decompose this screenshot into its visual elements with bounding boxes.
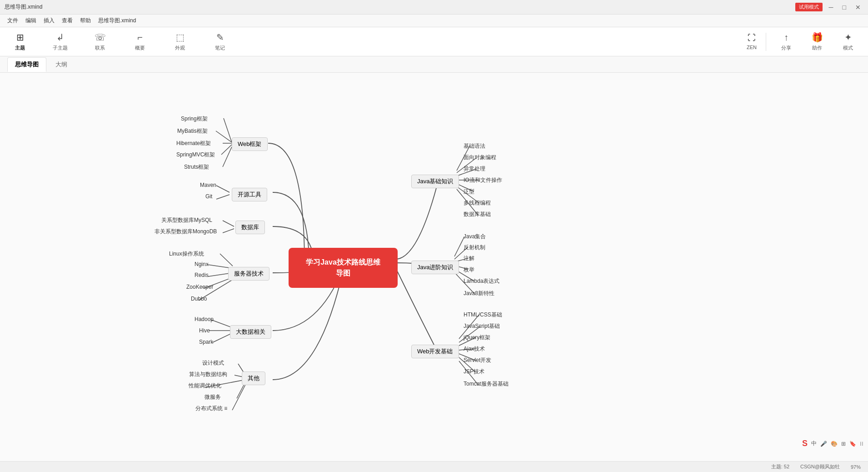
leaf-microservice: 微服务 <box>205 393 221 401</box>
toolbar-note[interactable]: ✎ 笔记 <box>209 32 231 51</box>
boundary-label: 外观 <box>175 45 185 51</box>
title-text: 思维导图.xmind <box>5 3 42 11</box>
leaf-algorithm: 算法与数据结构 <box>189 371 227 378</box>
leaf-servlet: Servlet开发 <box>464 357 491 364</box>
toolbar-sub[interactable]: ↲ 子主题 <box>49 32 71 51</box>
leaf-spark: Spark <box>199 339 213 345</box>
leaf-html-css: HTML/CSS基础 <box>464 311 502 319</box>
canvas: 学习Java技术路线思维导图 Web框架 Spring框架 MyBatis框架 … <box>0 73 868 461</box>
svg-line-7 <box>223 221 234 226</box>
branch-tools[interactable]: 开源工具 <box>232 188 267 201</box>
toolbar-link[interactable]: ☏ 联系 <box>89 32 111 51</box>
boundary-icon: ⬚ <box>176 32 185 43</box>
svg-line-21 <box>232 385 245 410</box>
branch-bigdata[interactable]: 大数据相关 <box>230 325 271 339</box>
menu-help[interactable]: 帮助 <box>76 15 95 26</box>
table-icon[interactable]: ⊞ <box>841 441 846 447</box>
toolbar-right: ⛶ ZEN ↑ 分享 🎁 助作 ✦ 模式 <box>747 32 859 51</box>
branch-other[interactable]: 其他 <box>242 372 265 385</box>
tab-mindmap[interactable]: 思维导图 <box>7 57 46 72</box>
topic-count: 主题: 52 <box>771 463 789 470</box>
leaf-struts: Struts框架 <box>184 163 209 171</box>
center-node-text: 学习Java技术路线思维导图 <box>306 258 380 277</box>
menu-file[interactable]: 文件 <box>4 15 22 26</box>
gift-label: 助作 <box>812 45 822 51</box>
apps-icon[interactable]: ⁞⁞ <box>860 441 863 447</box>
palette-icon[interactable]: 🎨 <box>831 441 838 447</box>
leaf-exception: 异常处理 <box>464 165 485 173</box>
bookmark-icon[interactable]: 🔖 <box>849 441 856 447</box>
zen-icon: ⛶ <box>748 33 756 43</box>
leaf-oop: 面向对象编程 <box>464 154 496 161</box>
branch-java-basic[interactable]: Java基础知识 <box>411 175 459 188</box>
leaf-nginx: Nginx <box>195 261 209 267</box>
branch-db[interactable]: 数据库 <box>235 221 265 234</box>
note-label: 笔记 <box>215 45 225 51</box>
menu-filename[interactable]: 思维导图.xmind <box>95 15 140 26</box>
tab-outline[interactable]: 大纲 <box>48 58 75 71</box>
leaf-db-basic: 数据库基础 <box>464 211 491 218</box>
main-label: 主题 <box>15 45 25 51</box>
leaf-hadoop: Hadoop <box>195 316 214 322</box>
menu-edit[interactable]: 编辑 <box>22 15 40 26</box>
leaf-dubbo: Dubbo <box>191 296 207 302</box>
share-label: 分享 <box>781 45 791 51</box>
leaf-design-pattern: 设计模式 <box>202 359 224 367</box>
svg-line-29 <box>454 236 464 256</box>
leaf-collection: Java集合 <box>464 233 486 241</box>
svg-line-0 <box>224 118 232 142</box>
toolbar-boundary[interactable]: ⬚ 外观 <box>169 32 191 51</box>
leaf-hive: Hive <box>199 327 210 334</box>
svg-line-8 <box>223 229 234 233</box>
branch-java-adv[interactable]: Java进阶知识 <box>411 261 459 274</box>
svg-line-1 <box>216 131 232 142</box>
sub-label: 子主题 <box>53 45 68 51</box>
leaf-thread: 多线程编程 <box>464 199 491 207</box>
leaf-mysql: 关系型数据库MySQL <box>161 216 212 224</box>
leaf-spring: Spring框架 <box>181 115 208 123</box>
close-button[interactable]: ✕ <box>853 3 863 12</box>
maximize-button[interactable]: □ <box>840 3 849 12</box>
toolbar-summary[interactable]: ⌐ 概要 <box>129 32 151 51</box>
leaf-git: Git <box>205 193 212 200</box>
zen-button[interactable]: ⛶ ZEN <box>747 33 757 50</box>
lang-toggle[interactable]: 中 <box>811 440 817 447</box>
leaf-linux: Linux操作系统 <box>169 250 204 258</box>
leaf-ajax: Ajax技术 <box>464 345 485 353</box>
zen-label: ZEN <box>747 45 757 50</box>
share-button[interactable]: ↑ 分享 <box>775 32 797 51</box>
svg-line-16 <box>213 333 232 342</box>
share-icon: ↑ <box>784 32 788 43</box>
note-icon: ✎ <box>216 32 224 43</box>
branch-server[interactable]: 服务器技术 <box>228 267 269 281</box>
zoom-level: 97% <box>851 464 861 470</box>
branch-web-dev[interactable]: Web开发基础 <box>411 345 459 358</box>
leaf-mybatis: MyBatis框架 <box>177 127 208 135</box>
link-label: 联系 <box>95 45 105 51</box>
leaf-springmvc: SpringMVC框架 <box>176 151 215 159</box>
gift-button[interactable]: 🎁 助作 <box>806 32 828 51</box>
bottom-toolbar: S 中 🎤 🎨 ⊞ 🔖 ⁞⁞ <box>802 439 863 448</box>
window-controls: 试用模式 ─ □ ✕ <box>795 3 863 12</box>
minimize-button[interactable]: ─ <box>826 3 836 12</box>
logo-text: CSGN@顾风如牡 <box>800 463 840 470</box>
toolbar-main[interactable]: ⊞ 主题 <box>9 32 31 51</box>
svg-line-6 <box>216 195 229 199</box>
leaf-redis: Redis <box>195 272 209 278</box>
main-icon: ⊞ <box>16 32 24 43</box>
leaf-tomcat: Tomcat服务器基础 <box>464 380 509 388</box>
style-button[interactable]: ✦ 模式 <box>837 32 859 51</box>
leaf-perf: 性能调优优化 <box>189 382 221 390</box>
branch-web[interactable]: Web框架 <box>232 137 268 151</box>
center-node[interactable]: 学习Java技术路线思维导图 <box>289 248 398 288</box>
leaf-reflection: 反射机制 <box>464 244 485 251</box>
mic-icon[interactable]: 🎤 <box>820 441 827 447</box>
leaf-java8: Java8新特性 <box>464 290 494 297</box>
menu-insert[interactable]: 插入 <box>40 15 58 26</box>
leaf-js: JavaScript基础 <box>464 322 500 330</box>
s-logo: S <box>802 439 808 448</box>
menu-view[interactable]: 查看 <box>58 15 76 26</box>
tab-bar: 思维导图 大纲 <box>0 56 868 73</box>
style-icon: ✦ <box>844 32 852 43</box>
leaf-syntax: 基础语法 <box>464 142 485 150</box>
